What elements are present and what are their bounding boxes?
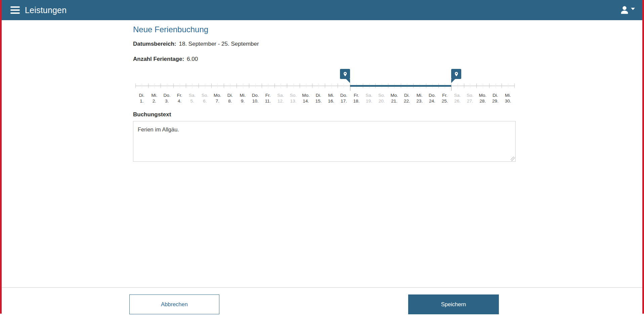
day-boundary-tick [338,83,338,88]
footer-divider [2,287,642,288]
day-label: So.27. [464,92,476,104]
day-label: So.20. [375,92,388,104]
half-day-tick [331,83,332,88]
day-label: Sa.5. [186,92,199,104]
day-boundary-tick [514,83,515,88]
app-window: Leistungen Neue Ferienbuchung Datumsbere… [0,0,644,314]
day-label: Do.17. [338,92,350,104]
day-boundary-tick [476,83,477,88]
half-day-tick [217,83,218,88]
day-label: Mi.2. [148,92,161,104]
day-boundary-tick [211,83,212,88]
half-day-tick [281,83,281,88]
day-label: Di.22. [400,92,413,104]
range-end-handle[interactable] [451,69,461,79]
day-label: Fr.25. [438,92,451,104]
vacation-days-label: Anzahl Ferientage: [133,56,184,62]
user-menu[interactable] [619,5,635,15]
day-label: Di.1. [135,92,148,104]
map-pin-icon [343,72,348,77]
day-boundary-tick [161,83,161,88]
day-label: Mi.9. [237,92,249,104]
day-label: Mi.16. [325,92,338,104]
menu-icon-bar [10,6,20,8]
day-boundary-tick [502,83,502,88]
half-day-tick [142,83,142,88]
day-boundary-tick [325,83,325,88]
header-bar: Leistungen [2,0,642,20]
selection-end-tick [451,86,452,91]
day-label: Fr.18. [350,92,363,104]
day-label: Mo.14. [300,92,312,104]
date-range-line: Datumsbereich:18. September - 25. Septem… [133,41,259,47]
half-day-tick [154,83,155,88]
half-day-tick [255,83,256,88]
day-label: Do.3. [161,92,173,104]
app-title: Leistungen [25,5,67,15]
day-boundary-tick [186,83,186,88]
day-label: Sa.26. [451,92,464,104]
half-day-tick [268,83,268,88]
vacation-days-value: 6.00 [187,56,198,62]
day-boundary-tick [274,83,275,88]
day-labels-row: Di.1.Mi.2.Do.3.Fr.4.Sa.5.So.6.Mo.7.Di.8.… [135,92,514,104]
day-label: Sa.12. [274,92,287,104]
day-label: Di.29. [489,92,502,104]
day-label: So.6. [199,92,211,104]
booking-text-label: Buchungstext [133,111,171,118]
day-boundary-tick [464,83,464,88]
day-label: Mo.7. [211,92,224,104]
date-range-label: Datumsbereich: [133,41,176,47]
day-boundary-tick [300,83,300,88]
vacation-days-line: Anzahl Ferientage:6.00 [133,56,198,63]
half-day-tick [192,83,192,88]
day-label: Do.24. [426,92,439,104]
half-day-tick [293,83,294,88]
day-boundary-tick [173,83,174,88]
day-label: Sa.19. [363,92,376,104]
menu-icon-bar [10,9,20,11]
page-title: Neue Ferienbuchung [133,25,208,34]
half-day-tick [470,83,470,88]
booking-text-wrap: Ferien im Allgäu. [133,121,516,162]
half-day-tick [230,83,230,88]
day-boundary-tick [287,83,287,88]
menu-icon[interactable] [10,6,20,14]
half-day-tick [180,83,180,88]
day-label: Di.8. [224,92,237,104]
day-boundary-tick [135,83,136,88]
date-slider[interactable]: Di.1.Mi.2.Do.3.Fr.4.Sa.5.So.6.Mo.7.Di.8.… [135,69,514,105]
half-day-tick [483,83,483,88]
day-boundary-tick [249,83,249,88]
save-button[interactable]: Speichern [408,294,499,314]
half-day-tick [508,83,508,88]
day-boundary-tick [312,83,312,88]
day-boundary-tick [237,83,237,88]
day-boundary-tick [224,83,224,88]
day-label: So.13. [287,92,300,104]
half-day-tick [458,83,458,88]
day-label: Mi.23. [413,92,426,104]
half-day-tick [496,83,496,88]
day-label: Do.10. [249,92,262,104]
day-label: Di.15. [312,92,325,104]
cancel-button[interactable]: Abbrechen [129,294,219,314]
date-range-value: 18. September - 25. September [179,41,259,47]
half-day-tick [167,83,167,88]
day-boundary-tick [489,83,489,88]
half-day-tick [205,83,205,88]
half-day-tick [243,83,243,88]
half-day-tick [306,83,306,88]
half-day-tick [318,83,319,88]
day-boundary-tick [199,83,199,88]
range-start-handle[interactable] [340,69,350,79]
chevron-down-icon [631,8,635,10]
day-label: Mo.21. [388,92,401,104]
half-day-tick [344,83,344,88]
day-label: Mo.28. [476,92,489,104]
map-pin-icon [454,72,459,77]
slider-track[interactable] [135,83,514,88]
selected-range-bar [350,85,451,87]
booking-text-input[interactable]: Ferien im Allgäu. [133,121,516,162]
menu-icon-bar [10,12,20,14]
